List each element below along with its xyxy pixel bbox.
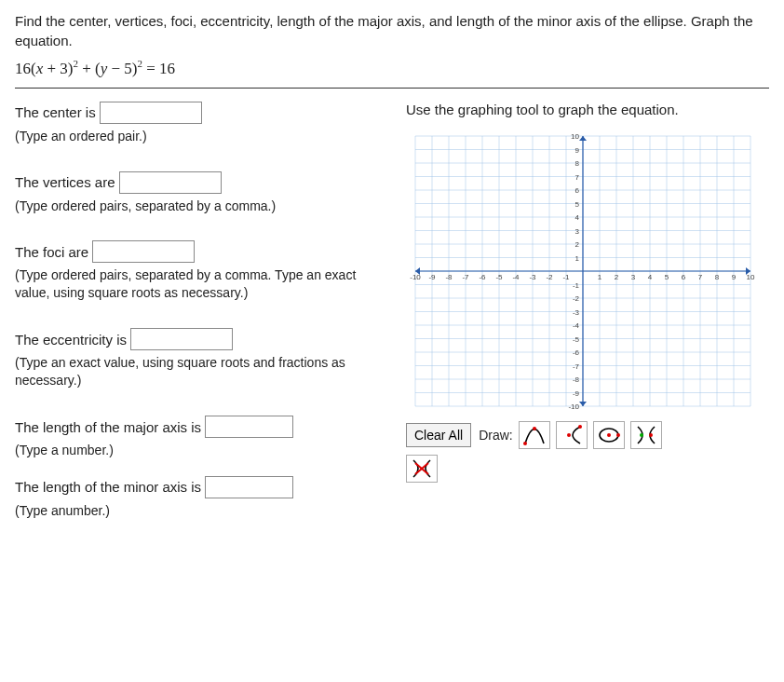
svg-text:8: 8 [575,159,580,168]
minor-axis-label: The length of the minor axis is [15,479,201,495]
major-axis-hint: (Type a number.) [15,442,387,459]
hyperbola-arm-icon [560,424,584,446]
svg-point-89 [607,433,611,437]
minor-axis-hint: (Type anumber.) [15,502,387,520]
svg-text:6: 6 [575,186,580,195]
svg-text:8: 8 [715,273,720,281]
svg-text:3: 3 [575,226,580,235]
ellipse-tool-button[interactable] [593,421,625,449]
svg-text:6: 6 [682,273,686,281]
delete-tool-button[interactable] [406,455,438,483]
foci-hint: (Type ordered pairs, separated by a comm… [15,266,387,302]
svg-text:-2: -2 [546,273,553,281]
svg-text:3: 3 [631,273,636,281]
clear-all-button[interactable]: Clear All [406,423,471,447]
parabola-tool-button[interactable] [519,421,550,449]
svg-text:-6: -6 [479,273,486,281]
minor-axis-input[interactable] [205,476,293,498]
parabola-icon [522,424,547,446]
svg-text:-10: -10 [410,273,421,281]
center-input[interactable] [100,102,202,124]
eccentricity-hint: (Type an exact value, using square roots… [15,354,387,389]
coordinate-grid-icon: -10-9-8-7-6-5-4-3-2-112345678910 -10-9-8… [406,127,760,416]
svg-text:9: 9 [575,145,580,154]
center-hint: (Type an ordered pair.) [15,128,387,145]
eccentricity-label: The eccentricity is [15,332,127,348]
svg-text:4: 4 [575,213,580,222]
draw-label: Draw: [479,428,513,443]
svg-text:-1: -1 [562,273,570,281]
svg-point-92 [649,433,653,437]
svg-text:7: 7 [575,172,580,181]
svg-text:-9: -9 [573,389,580,397]
svg-text:-2: -2 [573,294,580,303]
divider [15,88,769,89]
delete-x-icon [410,457,434,480]
svg-point-87 [578,425,582,429]
foci-input[interactable] [92,240,195,263]
svg-text:-7: -7 [462,273,469,281]
graph-canvas[interactable]: -10-9-8-7-6-5-4-3-2-112345678910 -10-9-8… [406,127,760,416]
svg-text:-7: -7 [573,361,580,370]
vertices-hint: (Type ordered pairs, separated by a comm… [15,198,387,215]
svg-point-85 [533,427,536,430]
svg-text:7: 7 [698,273,703,281]
hyperbola-arm-tool-button[interactable] [556,421,588,449]
graph-instruction: Use the graphing tool to graph the equat… [406,102,769,117]
svg-text:4: 4 [648,273,653,281]
svg-text:1: 1 [598,273,602,281]
hyperbola-x-icon [634,424,658,446]
major-axis-input[interactable] [205,416,293,438]
svg-text:2: 2 [615,273,619,281]
svg-point-90 [616,433,620,437]
svg-text:-5: -5 [495,273,503,281]
svg-text:-8: -8 [573,375,580,384]
svg-text:-3: -3 [529,273,536,281]
foci-label: The foci are [15,244,88,260]
svg-point-84 [523,442,527,445]
equation: 16(x + 3)2 + (y − 5)2 = 16 [15,58,769,78]
svg-text:10: 10 [571,132,579,141]
svg-text:1: 1 [575,253,580,262]
problem-statement: Find the center, vertices, foci, eccentr… [15,11,769,50]
center-label: The center is [15,104,96,120]
svg-text:-6: -6 [573,348,580,357]
svg-text:-9: -9 [428,273,436,281]
major-axis-label: The length of the major axis is [15,419,201,435]
svg-text:-4: -4 [512,273,520,281]
svg-text:5: 5 [665,273,669,281]
svg-text:-1: -1 [573,280,580,289]
eccentricity-input[interactable] [130,328,233,350]
svg-text:-10: -10 [568,402,579,411]
svg-text:9: 9 [732,273,737,281]
hyperbola-x-tool-button[interactable] [630,421,662,449]
svg-text:-8: -8 [445,273,453,281]
vertices-input[interactable] [119,171,222,194]
svg-text:10: 10 [747,273,755,281]
svg-text:5: 5 [575,199,580,208]
svg-text:-4: -4 [573,321,580,330]
svg-text:-5: -5 [573,334,580,343]
ellipse-icon [597,424,621,446]
svg-text:-3: -3 [573,307,580,316]
svg-point-86 [567,433,571,437]
vertices-label: The vertices are [15,174,115,190]
svg-point-91 [640,433,643,437]
svg-text:2: 2 [575,240,580,249]
